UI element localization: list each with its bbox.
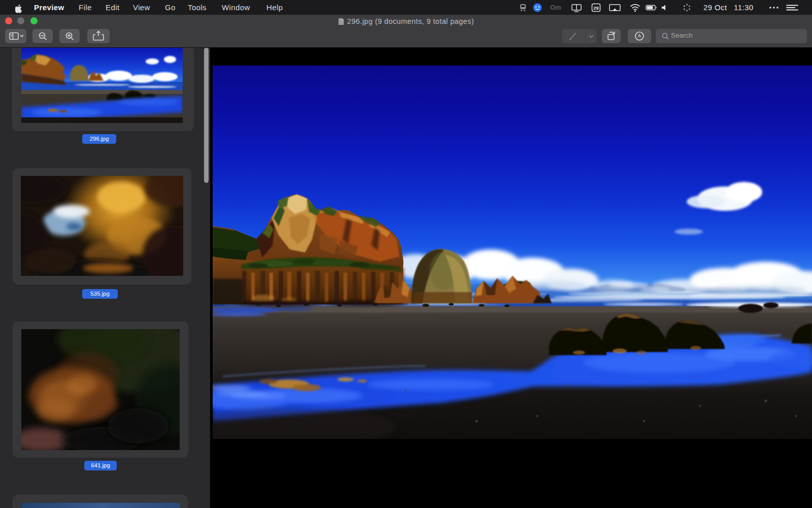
svg-text:29: 29: [593, 5, 599, 11]
